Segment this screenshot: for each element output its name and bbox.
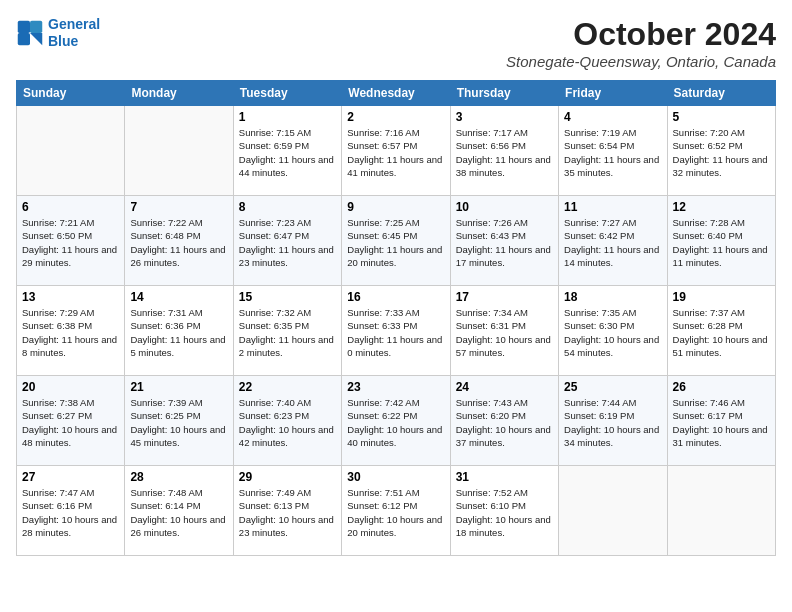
day-info: Sunrise: 7:48 AM Sunset: 6:14 PM Dayligh… bbox=[130, 486, 227, 539]
calendar-cell bbox=[559, 466, 667, 556]
day-info: Sunrise: 7:39 AM Sunset: 6:25 PM Dayligh… bbox=[130, 396, 227, 449]
day-number: 3 bbox=[456, 110, 553, 124]
location-subtitle: Stonegate-Queensway, Ontario, Canada bbox=[506, 53, 776, 70]
calendar-cell: 22Sunrise: 7:40 AM Sunset: 6:23 PM Dayli… bbox=[233, 376, 341, 466]
day-number: 9 bbox=[347, 200, 444, 214]
weekday-header-wednesday: Wednesday bbox=[342, 81, 450, 106]
day-info: Sunrise: 7:17 AM Sunset: 6:56 PM Dayligh… bbox=[456, 126, 553, 179]
calendar-week-row: 27Sunrise: 7:47 AM Sunset: 6:16 PM Dayli… bbox=[17, 466, 776, 556]
day-number: 26 bbox=[673, 380, 770, 394]
calendar-cell: 16Sunrise: 7:33 AM Sunset: 6:33 PM Dayli… bbox=[342, 286, 450, 376]
logo-line2: Blue bbox=[48, 33, 78, 49]
day-number: 2 bbox=[347, 110, 444, 124]
day-info: Sunrise: 7:29 AM Sunset: 6:38 PM Dayligh… bbox=[22, 306, 119, 359]
svg-rect-0 bbox=[18, 21, 30, 33]
day-number: 5 bbox=[673, 110, 770, 124]
day-number: 7 bbox=[130, 200, 227, 214]
calendar-cell: 8Sunrise: 7:23 AM Sunset: 6:47 PM Daylig… bbox=[233, 196, 341, 286]
logo-icon bbox=[16, 19, 44, 47]
day-number: 20 bbox=[22, 380, 119, 394]
calendar-cell: 29Sunrise: 7:49 AM Sunset: 6:13 PM Dayli… bbox=[233, 466, 341, 556]
day-number: 30 bbox=[347, 470, 444, 484]
calendar-cell: 2Sunrise: 7:16 AM Sunset: 6:57 PM Daylig… bbox=[342, 106, 450, 196]
calendar-cell: 25Sunrise: 7:44 AM Sunset: 6:19 PM Dayli… bbox=[559, 376, 667, 466]
svg-marker-3 bbox=[30, 33, 42, 45]
calendar-cell: 30Sunrise: 7:51 AM Sunset: 6:12 PM Dayli… bbox=[342, 466, 450, 556]
day-number: 28 bbox=[130, 470, 227, 484]
day-info: Sunrise: 7:51 AM Sunset: 6:12 PM Dayligh… bbox=[347, 486, 444, 539]
day-number: 4 bbox=[564, 110, 661, 124]
day-number: 10 bbox=[456, 200, 553, 214]
day-number: 25 bbox=[564, 380, 661, 394]
calendar-cell: 23Sunrise: 7:42 AM Sunset: 6:22 PM Dayli… bbox=[342, 376, 450, 466]
calendar-week-row: 13Sunrise: 7:29 AM Sunset: 6:38 PM Dayli… bbox=[17, 286, 776, 376]
day-number: 11 bbox=[564, 200, 661, 214]
calendar-cell: 1Sunrise: 7:15 AM Sunset: 6:59 PM Daylig… bbox=[233, 106, 341, 196]
day-info: Sunrise: 7:16 AM Sunset: 6:57 PM Dayligh… bbox=[347, 126, 444, 179]
calendar-cell: 11Sunrise: 7:27 AM Sunset: 6:42 PM Dayli… bbox=[559, 196, 667, 286]
calendar-cell: 27Sunrise: 7:47 AM Sunset: 6:16 PM Dayli… bbox=[17, 466, 125, 556]
day-info: Sunrise: 7:43 AM Sunset: 6:20 PM Dayligh… bbox=[456, 396, 553, 449]
calendar-cell: 28Sunrise: 7:48 AM Sunset: 6:14 PM Dayli… bbox=[125, 466, 233, 556]
day-info: Sunrise: 7:44 AM Sunset: 6:19 PM Dayligh… bbox=[564, 396, 661, 449]
day-info: Sunrise: 7:23 AM Sunset: 6:47 PM Dayligh… bbox=[239, 216, 336, 269]
day-info: Sunrise: 7:49 AM Sunset: 6:13 PM Dayligh… bbox=[239, 486, 336, 539]
title-area: October 2024 Stonegate-Queensway, Ontari… bbox=[506, 16, 776, 70]
weekday-header-row: SundayMondayTuesdayWednesdayThursdayFrid… bbox=[17, 81, 776, 106]
day-number: 8 bbox=[239, 200, 336, 214]
calendar-cell: 19Sunrise: 7:37 AM Sunset: 6:28 PM Dayli… bbox=[667, 286, 775, 376]
calendar-cell: 4Sunrise: 7:19 AM Sunset: 6:54 PM Daylig… bbox=[559, 106, 667, 196]
day-info: Sunrise: 7:47 AM Sunset: 6:16 PM Dayligh… bbox=[22, 486, 119, 539]
calendar-cell: 5Sunrise: 7:20 AM Sunset: 6:52 PM Daylig… bbox=[667, 106, 775, 196]
calendar-cell: 9Sunrise: 7:25 AM Sunset: 6:45 PM Daylig… bbox=[342, 196, 450, 286]
calendar-cell: 3Sunrise: 7:17 AM Sunset: 6:56 PM Daylig… bbox=[450, 106, 558, 196]
calendar-cell: 21Sunrise: 7:39 AM Sunset: 6:25 PM Dayli… bbox=[125, 376, 233, 466]
calendar-cell: 17Sunrise: 7:34 AM Sunset: 6:31 PM Dayli… bbox=[450, 286, 558, 376]
calendar-table: SundayMondayTuesdayWednesdayThursdayFrid… bbox=[16, 80, 776, 556]
day-number: 19 bbox=[673, 290, 770, 304]
calendar-cell: 31Sunrise: 7:52 AM Sunset: 6:10 PM Dayli… bbox=[450, 466, 558, 556]
day-info: Sunrise: 7:42 AM Sunset: 6:22 PM Dayligh… bbox=[347, 396, 444, 449]
logo-text: General Blue bbox=[48, 16, 100, 50]
day-number: 24 bbox=[456, 380, 553, 394]
day-info: Sunrise: 7:27 AM Sunset: 6:42 PM Dayligh… bbox=[564, 216, 661, 269]
day-info: Sunrise: 7:33 AM Sunset: 6:33 PM Dayligh… bbox=[347, 306, 444, 359]
weekday-header-friday: Friday bbox=[559, 81, 667, 106]
day-info: Sunrise: 7:52 AM Sunset: 6:10 PM Dayligh… bbox=[456, 486, 553, 539]
day-info: Sunrise: 7:31 AM Sunset: 6:36 PM Dayligh… bbox=[130, 306, 227, 359]
day-info: Sunrise: 7:32 AM Sunset: 6:35 PM Dayligh… bbox=[239, 306, 336, 359]
weekday-header-sunday: Sunday bbox=[17, 81, 125, 106]
calendar-week-row: 20Sunrise: 7:38 AM Sunset: 6:27 PM Dayli… bbox=[17, 376, 776, 466]
calendar-cell: 26Sunrise: 7:46 AM Sunset: 6:17 PM Dayli… bbox=[667, 376, 775, 466]
logo-line1: General bbox=[48, 16, 100, 32]
calendar-cell: 24Sunrise: 7:43 AM Sunset: 6:20 PM Dayli… bbox=[450, 376, 558, 466]
weekday-header-saturday: Saturday bbox=[667, 81, 775, 106]
day-info: Sunrise: 7:46 AM Sunset: 6:17 PM Dayligh… bbox=[673, 396, 770, 449]
day-number: 27 bbox=[22, 470, 119, 484]
day-number: 16 bbox=[347, 290, 444, 304]
day-info: Sunrise: 7:37 AM Sunset: 6:28 PM Dayligh… bbox=[673, 306, 770, 359]
calendar-cell bbox=[17, 106, 125, 196]
day-info: Sunrise: 7:20 AM Sunset: 6:52 PM Dayligh… bbox=[673, 126, 770, 179]
day-number: 13 bbox=[22, 290, 119, 304]
day-number: 21 bbox=[130, 380, 227, 394]
day-info: Sunrise: 7:22 AM Sunset: 6:48 PM Dayligh… bbox=[130, 216, 227, 269]
day-info: Sunrise: 7:38 AM Sunset: 6:27 PM Dayligh… bbox=[22, 396, 119, 449]
calendar-cell: 7Sunrise: 7:22 AM Sunset: 6:48 PM Daylig… bbox=[125, 196, 233, 286]
calendar-cell: 13Sunrise: 7:29 AM Sunset: 6:38 PM Dayli… bbox=[17, 286, 125, 376]
logo: General Blue bbox=[16, 16, 100, 50]
day-number: 22 bbox=[239, 380, 336, 394]
calendar-cell bbox=[667, 466, 775, 556]
day-info: Sunrise: 7:40 AM Sunset: 6:23 PM Dayligh… bbox=[239, 396, 336, 449]
calendar-cell bbox=[125, 106, 233, 196]
day-number: 14 bbox=[130, 290, 227, 304]
day-number: 29 bbox=[239, 470, 336, 484]
svg-rect-1 bbox=[30, 21, 42, 33]
day-number: 31 bbox=[456, 470, 553, 484]
calendar-cell: 12Sunrise: 7:28 AM Sunset: 6:40 PM Dayli… bbox=[667, 196, 775, 286]
day-info: Sunrise: 7:35 AM Sunset: 6:30 PM Dayligh… bbox=[564, 306, 661, 359]
day-number: 15 bbox=[239, 290, 336, 304]
month-title: October 2024 bbox=[506, 16, 776, 53]
day-info: Sunrise: 7:34 AM Sunset: 6:31 PM Dayligh… bbox=[456, 306, 553, 359]
day-number: 6 bbox=[22, 200, 119, 214]
